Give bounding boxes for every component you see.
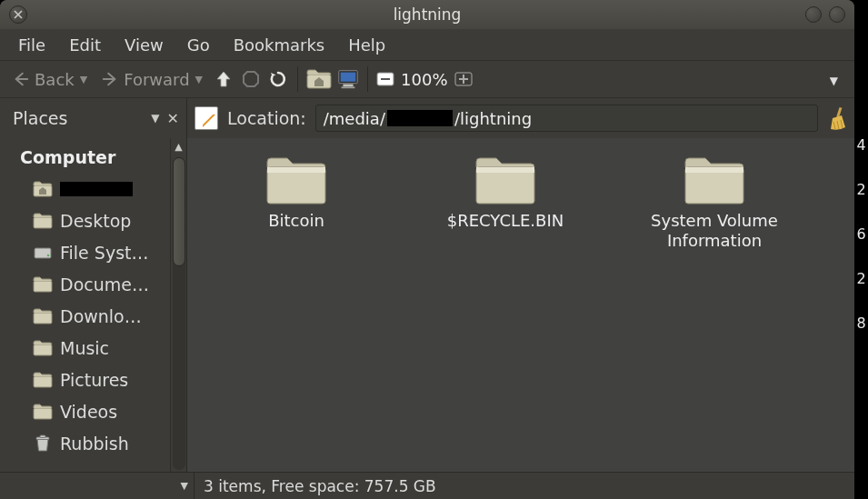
folder-icon <box>33 307 53 325</box>
places-title: Places <box>13 108 67 128</box>
nav-back-group: Back ▼ <box>7 67 93 92</box>
places-sidebar: Computer Desktop File Syst… Docume… <box>0 138 187 472</box>
computer-icon <box>336 68 360 90</box>
back-label: Back <box>35 70 75 89</box>
clear-history-button[interactable] <box>827 105 847 131</box>
sidebar-item-label <box>60 182 133 196</box>
scrollbar-track[interactable] <box>173 157 185 470</box>
toolbar-separator-2 <box>367 66 368 92</box>
sidebar-item-home[interactable] <box>0 173 170 205</box>
reload-button[interactable] <box>266 67 290 91</box>
forward-button[interactable]: Forward ▼ <box>96 67 208 92</box>
folder-label: Bitcoin <box>268 211 324 231</box>
scroll-down-icon[interactable]: ▼ <box>181 480 188 492</box>
back-button[interactable]: Back ▼ <box>7 67 93 92</box>
folder-bitcoin[interactable]: Bitcoin <box>196 155 396 250</box>
toolbar-separator <box>297 66 298 92</box>
home-folder-icon <box>33 180 53 198</box>
chevron-down-icon: ▼ <box>830 75 838 87</box>
svg-rect-4 <box>343 85 353 87</box>
folder-system-volume-information[interactable]: System Volume Information <box>614 155 814 250</box>
svg-rect-26 <box>476 167 534 173</box>
menu-view[interactable]: View <box>114 32 175 58</box>
folder-icon <box>33 275 53 294</box>
svg-rect-3 <box>341 73 356 82</box>
window-maximize-button[interactable] <box>829 6 845 23</box>
location-input[interactable]: /media//lightning <box>315 105 818 132</box>
titlebar: lightning <box>0 0 854 29</box>
zoom-out-button[interactable] <box>375 70 395 88</box>
svg-rect-20 <box>34 408 52 419</box>
adjacent-window-fragment: 42628 <box>854 136 868 332</box>
toolbar-overflow-dropdown[interactable]: ▼ <box>830 71 847 88</box>
svg-rect-22 <box>40 435 45 438</box>
window-controls <box>805 6 845 23</box>
up-button[interactable] <box>212 67 235 91</box>
svg-rect-19 <box>34 376 52 387</box>
svg-rect-17 <box>34 313 52 324</box>
home-button[interactable] <box>305 67 333 91</box>
drive-icon <box>33 244 53 262</box>
close-icon <box>14 10 23 19</box>
sidebar-item-rubbish[interactable]: Rubbish <box>0 427 170 459</box>
file-manager-window: lightning File Edit View Go Bookmarks He… <box>0 0 854 499</box>
stop-button[interactable] <box>239 67 263 91</box>
menu-help[interactable]: Help <box>337 32 396 58</box>
scroll-up-icon[interactable]: ▲ <box>175 138 182 155</box>
sidebar-item-downloads[interactable]: Downlo… <box>0 300 170 332</box>
edit-location-button[interactable] <box>195 106 218 130</box>
location-label: Location: <box>227 108 306 128</box>
svg-rect-24 <box>267 167 325 173</box>
svg-rect-7 <box>381 78 390 80</box>
sidebar-heading-computer: Computer <box>0 142 170 173</box>
menu-edit[interactable]: Edit <box>58 32 112 58</box>
folder-icon <box>33 371 53 389</box>
menu-file[interactable]: File <box>7 32 56 58</box>
folder-icon <box>33 339 53 357</box>
zoom-in-icon <box>454 69 474 89</box>
nav-forward-group: Forward ▼ <box>96 67 208 92</box>
menu-bookmarks[interactable]: Bookmarks <box>223 32 336 58</box>
location-path-suffix: /lightning <box>454 109 532 128</box>
sidebar-item-pictures[interactable]: Pictures <box>0 364 170 395</box>
svg-rect-28 <box>685 167 743 173</box>
sidebar-item-desktop[interactable]: Desktop <box>0 205 170 236</box>
sidebar-item-label: Videos <box>60 402 117 422</box>
folder-icon <box>264 155 329 207</box>
zoom-in-button[interactable] <box>454 70 474 88</box>
reload-icon <box>268 69 288 89</box>
file-view[interactable]: Bitcoin $RECYCLE.BIN System Volume Infor… <box>187 138 854 472</box>
folder-recycle-bin[interactable]: $RECYCLE.BIN <box>405 155 605 250</box>
folder-icon <box>33 212 53 230</box>
svg-rect-13 <box>34 217 52 228</box>
stop-icon <box>241 69 261 89</box>
folder-label: System Volume Information <box>624 211 805 250</box>
sidebar-item-music[interactable]: Music <box>0 332 170 364</box>
sidebar-item-filesystem[interactable]: File Syst… <box>0 236 170 268</box>
computer-button[interactable] <box>336 67 360 91</box>
sidebar-item-documents[interactable]: Docume… <box>0 268 170 300</box>
menu-go[interactable]: Go <box>176 32 221 58</box>
status-text: 3 items, Free space: 757.5 GB <box>204 477 436 495</box>
places-dropdown-icon[interactable]: ▼ <box>151 112 159 125</box>
window-title: lightning <box>0 5 854 24</box>
sidebar-item-videos[interactable]: Videos <box>0 395 170 427</box>
folder-icon <box>33 403 53 421</box>
location-area: Location: /media//lightning <box>187 98 854 138</box>
sidebar-scrollbar[interactable]: ▲ <box>170 138 186 472</box>
svg-rect-14 <box>35 248 51 258</box>
places-panel-header: Places ▼ ✕ <box>0 98 187 138</box>
folder-label: $RECYCLE.BIN <box>447 211 564 231</box>
svg-rect-16 <box>34 281 52 292</box>
places-close-button[interactable]: ✕ <box>167 110 179 127</box>
sidebar-item-label: Music <box>60 338 109 358</box>
zoom-group: 100% <box>375 70 473 89</box>
svg-point-15 <box>47 254 50 256</box>
sidebar-list: Computer Desktop File Syst… Docume… <box>0 138 170 472</box>
zoom-out-icon <box>375 69 395 89</box>
window-minimize-button[interactable] <box>805 6 822 23</box>
sidebar-item-label: Docume… <box>60 274 149 294</box>
svg-rect-18 <box>34 344 52 355</box>
window-close-button[interactable] <box>9 5 27 24</box>
scrollbar-thumb[interactable] <box>173 157 185 266</box>
